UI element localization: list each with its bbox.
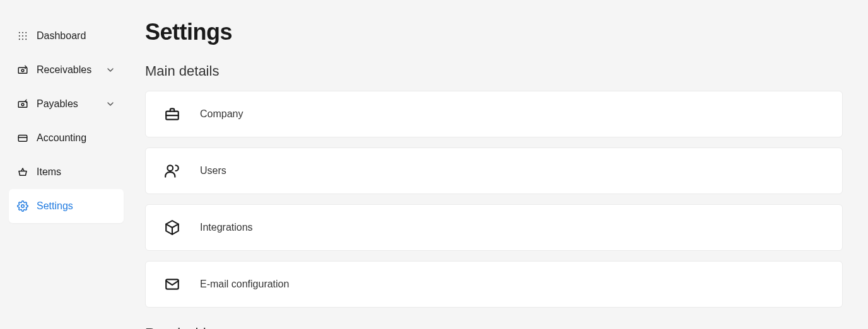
svg-point-2 [25,32,26,33]
sidebar-item-receivables[interactable]: Receivables [9,53,124,87]
grid-icon [16,30,29,42]
main-content: Settings Main details Company [132,0,868,329]
section-title-receivables: Receivables [145,325,843,329]
card-email-configuration[interactable]: E-mail configuration [145,261,843,308]
section-title-main-details: Main details [145,63,843,79]
sidebar-item-settings[interactable]: Settings [9,189,124,223]
sidebar-spacer [9,223,124,300]
card-company[interactable]: Company [145,91,843,137]
svg-point-7 [22,38,23,40]
svg-point-8 [25,38,26,40]
svg-point-5 [25,35,26,37]
page-title: Settings [145,19,843,45]
svg-point-0 [19,32,20,33]
chevron-down-icon [105,98,116,110]
card-users[interactable]: Users [145,147,843,194]
money-in-icon [16,64,29,76]
sidebar-item-items[interactable]: Items [9,155,124,189]
chevron-down-icon [105,64,116,76]
sidebar-item-label: Dashboard [37,30,116,42]
card-integrations[interactable]: Integrations [145,204,843,251]
svg-marker-15 [19,171,26,176]
svg-point-10 [21,69,24,72]
sidebar-item-label: Items [37,166,116,178]
svg-point-20 [167,165,173,171]
svg-point-4 [22,35,23,37]
main-details-cards: Company Users [145,91,843,308]
sidebar-item-label: Receivables [37,64,105,76]
users-icon [163,162,181,180]
mail-icon [163,275,181,293]
card-label: E-mail configuration [200,279,289,290]
nav-list: Dashboard Receivables [9,19,124,223]
sidebar-item-accounting[interactable]: Accounting [9,121,124,155]
svg-rect-13 [18,136,27,142]
svg-point-1 [22,32,23,33]
sidebar: Dashboard Receivables [0,0,132,329]
sidebar-item-label: Accounting [37,132,116,144]
briefcase-icon [163,105,181,123]
cube-icon [163,219,181,236]
svg-point-3 [19,35,20,37]
sidebar-item-logout[interactable]: Log out [9,325,124,329]
sidebar-item-dashboard[interactable]: Dashboard [9,19,124,53]
card-label: Integrations [200,222,253,233]
basket-icon [16,166,29,178]
sidebar-item-label: Settings [37,200,116,212]
card-label: Users [200,165,226,176]
svg-point-16 [21,205,25,208]
card-icon [16,132,29,144]
svg-point-6 [19,38,20,40]
svg-point-12 [21,103,24,106]
sidebar-item-payables[interactable]: Payables [9,87,124,121]
sidebar-item-label: Payables [37,98,105,110]
gear-icon [16,200,29,212]
app-layout: Dashboard Receivables [0,0,868,329]
card-label: Company [200,108,243,120]
money-out-icon [16,98,29,110]
svg-rect-11 [18,101,27,107]
